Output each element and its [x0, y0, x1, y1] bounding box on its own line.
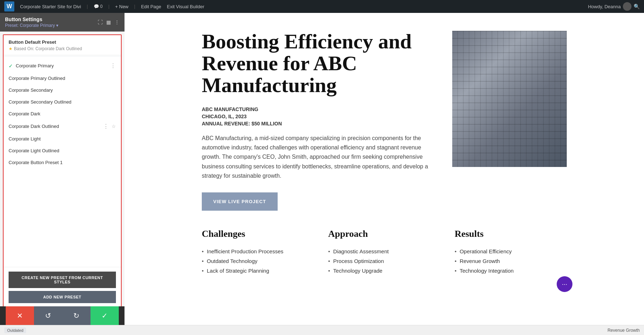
fullscreen-icon[interactable]: ⛶ [98, 19, 103, 25]
challenges-list: Inefficient Production ProcessesOutdated… [202, 247, 314, 276]
chat-bubble[interactable]: ··· [557, 276, 572, 292]
list-item: Diagnostic Assessment [328, 247, 440, 256]
preset-item[interactable]: Corporate Dark Outlined⋮☆ [4, 120, 121, 133]
results-title: Results [455, 229, 567, 239]
preset-name: Corporate Primary [16, 63, 54, 68]
howdy-menu[interactable]: Howdy, Deanna 🔍 [588, 2, 640, 11]
preset-name: Corporate Dark Outlined [9, 124, 59, 129]
redo-button[interactable]: ↻ [62, 306, 91, 325]
wp-logo-icon[interactable]: W [4, 1, 14, 11]
separator2: | [108, 4, 109, 9]
grid-icon[interactable]: ▦ [106, 19, 111, 25]
list-item: Operational Efficiency [455, 247, 567, 256]
status-bar: Outdated Revenue Growth [0, 325, 644, 335]
undo-icon: ↺ [45, 311, 51, 320]
preset-item[interactable]: Corporate Button Preset 1 [4, 157, 121, 168]
main-area: Button Settings Preset: Corporate Primar… [0, 13, 644, 325]
three-dot-icon[interactable]: ⋮ [103, 123, 109, 130]
approach-title: Approach [328, 229, 440, 239]
hero-image [452, 31, 567, 167]
exit-visual-builder-link[interactable]: Exit Visual Builder [167, 4, 205, 9]
building-image [452, 31, 567, 167]
results-section: Results Operational EfficiencyRevenue Gr… [455, 229, 567, 276]
view-live-button[interactable]: VIEW LIVE PROJECT [202, 192, 278, 211]
approach-section: Approach Diagnostic AssessmentProcess Op… [328, 229, 440, 276]
list-item: Process Optimization [328, 256, 440, 266]
search-icon[interactable]: 🔍 [634, 4, 640, 9]
hero-description: ABC Manufacturing, a mid-sized company s… [202, 134, 438, 181]
sections-row: Challenges Inefficient Production Proces… [202, 229, 567, 276]
challenges-title: Challenges [202, 229, 314, 239]
create-preset-button[interactable]: CREATE NEW PRESET FROM CURRENT STYLES [9, 272, 116, 288]
close-icon: ✕ [17, 311, 23, 320]
building-windows-overlay [452, 31, 567, 167]
preset-list: ✓Corporate Primary⋮Corporate Primary Out… [4, 57, 121, 267]
preset-dropdown-panel: Button Default Preset ★ Based On: Corpor… [3, 34, 122, 322]
list-item: Outdated Technology [202, 256, 314, 266]
hero-title: Boosting Efficiency and Revenue for ABC … [202, 31, 438, 96]
more-options-icon[interactable]: ⋮ [114, 19, 119, 25]
preset-item[interactable]: Corporate Light Outlined [4, 145, 121, 157]
preset-name: Corporate Light [9, 136, 41, 142]
close-button[interactable]: ✕ [6, 306, 34, 325]
list-item: Technology Upgrade [328, 266, 440, 276]
outdated-badge: Outdated [4, 327, 26, 333]
checkmark-icon: ✓ [9, 63, 13, 69]
preset-item[interactable]: Corporate Primary Outlined [4, 72, 121, 84]
default-preset-header: Button Default Preset ★ Based On: Corpor… [4, 35, 121, 55]
undo-button[interactable]: ↺ [34, 306, 62, 325]
button-settings-header: Button Settings Preset: Corporate Primar… [0, 13, 125, 32]
page-content: Boosting Efficiency and Revenue for ABC … [187, 13, 581, 293]
default-preset-title: Button Default Preset [9, 39, 116, 45]
preset-label[interactable]: Preset: Corporate Primary ▾ [5, 23, 58, 28]
location: CHICAGO, IL, 2023 [202, 114, 438, 119]
save-button[interactable]: ✓ [91, 306, 119, 325]
howdy-text: Howdy, Deanna [588, 4, 621, 9]
revenue: ANNUAL REVENUE: $50 MILLION [202, 121, 438, 126]
star-outline-icon[interactable]: ☆ [112, 124, 116, 129]
results-list: Operational EfficiencyRevenue GrowthTech… [455, 247, 567, 276]
wp-admin-bar: W Corporate Starter Site for Divi | 💬 0 … [0, 0, 644, 13]
edit-page-link[interactable]: Edit Page [141, 4, 161, 9]
list-item: Technology Integration [455, 266, 567, 276]
hero-text: Boosting Efficiency and Revenue for ABC … [202, 31, 438, 211]
list-item: Inefficient Production Processes [202, 247, 314, 256]
add-preset-button[interactable]: ADD NEW PRESET [9, 291, 116, 303]
header-icons: ⛶ ▦ ⋮ [98, 19, 119, 25]
preset-name: Corporate Dark [9, 111, 40, 116]
preset-item[interactable]: ✓Corporate Primary⋮ [4, 59, 121, 72]
builder-toolbar: ✕ ↺ ↻ ✓ [0, 306, 125, 325]
site-name[interactable]: Corporate Starter Site for Divi [20, 4, 81, 9]
chat-icon: ··· [562, 281, 567, 288]
left-panel: Button Settings Preset: Corporate Primar… [0, 13, 125, 325]
redo-icon: ↻ [73, 311, 79, 320]
preset-name: Corporate Light Outlined [9, 148, 59, 153]
avatar [623, 2, 631, 11]
company-name: ABC MANUFACTURING [202, 106, 438, 112]
preset-arrow-icon: ▾ [56, 23, 58, 28]
hero-section: Boosting Efficiency and Revenue for ABC … [202, 31, 567, 211]
comment-count[interactable]: 💬 0 [94, 4, 103, 9]
preset-item[interactable]: Corporate Light [4, 133, 121, 145]
preset-item[interactable]: Corporate Dark [4, 108, 121, 120]
challenges-section: Challenges Inefficient Production Proces… [202, 229, 314, 276]
preset-item[interactable]: Corporate Secondary Outlined [4, 96, 121, 108]
hero-meta: ABC MANUFACTURING CHICAGO, IL, 2023 ANNU… [202, 106, 438, 126]
separator: | [87, 4, 88, 9]
list-item: Lack of Strategic Planning [202, 266, 314, 276]
divider [4, 56, 121, 56]
approach-list: Diagnostic AssessmentProcess Optimizatio… [328, 247, 440, 276]
separator3: | [134, 4, 135, 9]
revenue-growth-label: Revenue Growth [608, 328, 640, 333]
preset-name: Corporate Secondary [9, 87, 53, 93]
preset-name: Corporate Secondary Outlined [9, 99, 72, 105]
new-item-link[interactable]: + New [115, 4, 128, 9]
preset-name: Corporate Button Preset 1 [9, 160, 63, 165]
list-item: Revenue Growth [455, 256, 567, 266]
preset-name: Corporate Primary Outlined [9, 76, 65, 81]
star-icon: ★ [9, 46, 13, 51]
preset-item[interactable]: Corporate Secondary [4, 84, 121, 96]
based-on-label: ★ Based On: Corporate Dark Outlined [9, 46, 116, 51]
button-settings-title: Button Settings [5, 16, 58, 22]
three-dot-icon[interactable]: ⋮ [110, 62, 116, 69]
